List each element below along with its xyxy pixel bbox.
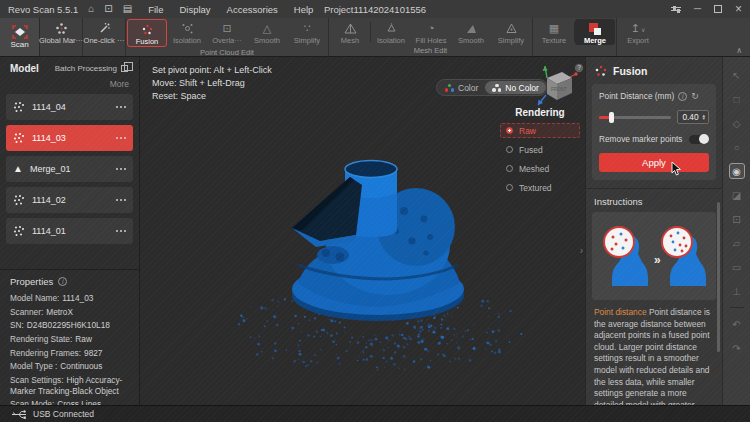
prop-scanner: Scanner:MetroX (10, 307, 129, 318)
minimize-button[interactable]: ─ (694, 4, 701, 14)
fusion-panel-title: Fusion (613, 65, 647, 77)
svg-text:?: ? (577, 64, 581, 71)
menu-help[interactable]: Help (294, 4, 314, 15)
mesh-button[interactable]: Mesh (330, 19, 370, 45)
brush-tool-icon[interactable]: ⊥ (729, 283, 745, 299)
fusion-icon (141, 23, 154, 36)
apply-button[interactable]: Apply (599, 153, 709, 172)
pc-smooth-button[interactable]: △ Smooth (247, 19, 287, 47)
model-item-merge-01[interactable]: ▲ Merge_01 (6, 156, 133, 182)
item-menu-icon[interactable] (116, 199, 126, 201)
svg-text:FRONT: FRONT (551, 87, 567, 92)
folder-icon[interactable]: ▤ (123, 4, 132, 14)
mesh-isolation-button[interactable]: Isolation (371, 19, 411, 45)
info-icon[interactable]: i (678, 92, 687, 101)
contrast-tool-icon[interactable]: ◪ (729, 187, 745, 203)
merge-button[interactable]: Merge (575, 19, 615, 45)
home-icon[interactable]: ⌂ (88, 4, 94, 14)
model-item-1114-04[interactable]: 1114_04 (6, 94, 133, 120)
prop-rendering-state: Rendering State:Raw (10, 334, 129, 345)
undo-icon[interactable]: ↶ (729, 316, 745, 332)
pc-simplify-button[interactable]: ∵ Simplify (287, 19, 327, 47)
prop-model-type: Model Type :Continuous (10, 361, 129, 372)
point-distance-input[interactable]: 0.40 ▲ ▼ (677, 110, 709, 124)
smooth-icon (465, 22, 478, 35)
isolation-icon (385, 22, 398, 35)
point-cloud-edit-label: Point Cloud Edit (126, 48, 328, 58)
mouse-cursor (671, 162, 682, 176)
color-option[interactable]: Color (438, 81, 485, 94)
scanned-model-pointcloud[interactable] (228, 133, 530, 375)
polygon-select-icon[interactable]: ◇ (729, 115, 745, 131)
texture-button[interactable]: ▦ Texture (534, 19, 574, 45)
one-click-button[interactable]: One-click ··· (84, 19, 124, 45)
rect-select-icon[interactable]: □ (729, 91, 745, 107)
mesh-smooth-button[interactable]: Smooth (451, 19, 491, 45)
merge-icon (589, 23, 601, 35)
box-tool-icon[interactable]: ▱ (729, 235, 745, 251)
menu-accessories[interactable]: Accessories (227, 4, 278, 15)
model-item-1114-03[interactable]: 1114_03 (6, 125, 133, 151)
model-header: Model (10, 63, 39, 74)
item-menu-icon[interactable] (116, 106, 126, 108)
fusion-button[interactable]: Fusion (127, 19, 167, 47)
restore-button[interactable] (714, 5, 722, 13)
pc-overlap-button[interactable]: ⊡ Overla··· (207, 19, 247, 47)
lasso-select-icon[interactable]: ○ (729, 139, 745, 155)
model-sidebar: Model Batch Processing More 1114_04 1114… (0, 57, 140, 405)
project-title: Project11142024101556 (324, 4, 426, 15)
reset-icon[interactable]: ↻ (691, 91, 699, 101)
orientation-cube-gizmo[interactable]: ? FRONT (532, 62, 584, 112)
panel-collapse-handle[interactable]: › (580, 245, 583, 256)
remove-marker-toggle[interactable] (689, 135, 709, 144)
slider-handle[interactable] (609, 112, 614, 123)
pc-isolation-button[interactable]: Isolation (167, 19, 207, 47)
instructions-title: Instructions (586, 189, 722, 212)
global-marker-button[interactable]: Global Mar··· (41, 19, 81, 45)
status-bar: USB Connected (0, 405, 750, 422)
more-link[interactable]: More (0, 76, 139, 94)
close-button[interactable]: × (735, 3, 742, 15)
usb-icon (12, 410, 27, 419)
preferences-icon[interactable] (671, 5, 681, 13)
prop-scan-settings: Scan Settings:High Accuracy-Marker Track… (10, 375, 129, 396)
cursor-tool-icon[interactable]: ↖ (729, 67, 745, 83)
remove-marker-label: Remove marker points (599, 134, 682, 144)
item-menu-icon[interactable] (116, 137, 126, 139)
usb-status-label: USB Connected (33, 409, 94, 419)
point-distance-slider[interactable] (599, 116, 671, 119)
plane-tool-icon[interactable]: ⊡ (729, 211, 745, 227)
menu-file[interactable]: File (148, 4, 163, 15)
mesh-edit-label: Mesh Edit (329, 46, 532, 56)
batch-processing-button[interactable]: Batch Processing (55, 64, 131, 73)
mesh-simplify-button[interactable]: Simplify (491, 19, 531, 45)
scan-button[interactable]: Scan (0, 18, 40, 56)
main-toolbar: Scan Global Mar··· One-click ··· (0, 18, 750, 57)
redo-icon[interactable]: ↷ (729, 340, 745, 356)
menu-display[interactable]: Display (179, 4, 210, 15)
overlap-icon: ⊡ (222, 22, 231, 35)
copy-tool-icon[interactable]: ▭ (729, 259, 745, 275)
isolation-icon (181, 22, 194, 35)
color-icon (445, 84, 454, 92)
bust-right (662, 227, 706, 286)
info-icon[interactable]: i (58, 277, 67, 286)
toolbar-collapse-icon[interactable]: ∧ (736, 46, 742, 55)
model-item-1114-02[interactable]: 1114_02 (6, 187, 133, 213)
new-window-icon[interactable]: ⊡ (104, 4, 112, 14)
export-button[interactable]: ↥ ∨ Export (618, 19, 658, 45)
batch-processing-icon (121, 65, 128, 72)
marker-tool-icon[interactable]: ◉ (729, 163, 745, 179)
pointcloud-icon (13, 101, 25, 113)
fill-holes-button[interactable]: ◔ Fill Holes (411, 19, 451, 45)
prop-rendering-frames: Rendering Frames:9827 (10, 348, 129, 359)
item-menu-icon[interactable] (116, 168, 126, 170)
item-menu-icon[interactable] (116, 230, 126, 232)
mesh-model-icon: ▲ (13, 164, 23, 174)
spin-down-icon[interactable]: ▼ (702, 117, 706, 120)
pointcloud-icon (13, 225, 25, 237)
model-item-1114-01[interactable]: 1114_01 (6, 218, 133, 244)
simplify-icon: ∵ (304, 22, 311, 35)
viewport-3d[interactable]: Set pivot point: Alt + Left-Click Move: … (140, 57, 585, 405)
panel-scrollbar[interactable] (717, 202, 720, 352)
